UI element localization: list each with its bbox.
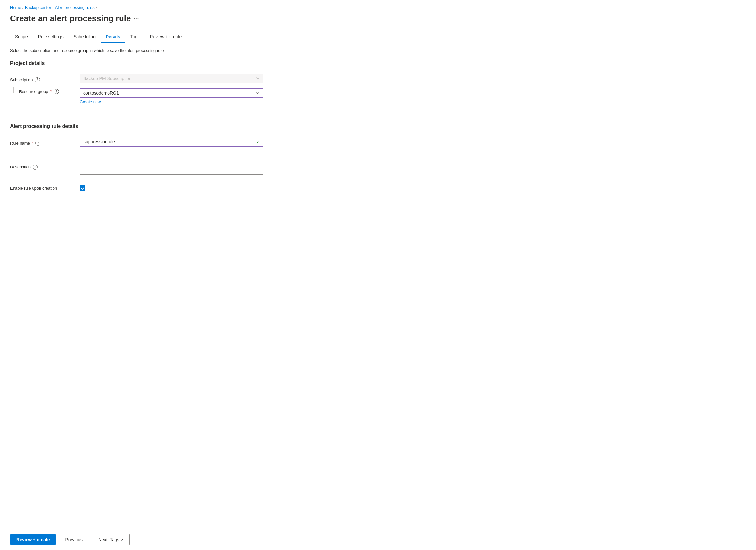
- breadcrumb-sep-3: ›: [96, 5, 97, 10]
- resource-group-select[interactable]: contosodemoRG1: [80, 88, 263, 98]
- enable-rule-checkbox[interactable]: [80, 185, 85, 191]
- next-tags-button[interactable]: Next: Tags >: [92, 534, 130, 545]
- rule-name-required: *: [32, 140, 34, 145]
- description-row: Description i: [10, 154, 295, 179]
- rule-name-input[interactable]: [80, 137, 263, 147]
- description-info-icon[interactable]: i: [33, 164, 38, 170]
- tab-scheduling[interactable]: Scheduling: [69, 31, 101, 43]
- resource-group-info-icon[interactable]: i: [54, 89, 59, 94]
- rule-name-info-icon[interactable]: i: [35, 140, 40, 145]
- breadcrumb-sep-2: ›: [53, 5, 54, 10]
- page-title: Create an alert processing rule: [10, 14, 131, 23]
- resource-group-required: *: [50, 89, 52, 94]
- description-field: [80, 154, 295, 179]
- tab-rule-settings[interactable]: Rule settings: [33, 31, 69, 43]
- tab-details[interactable]: Details: [101, 31, 125, 43]
- rule-details-title: Alert processing rule details: [10, 123, 746, 129]
- description-input[interactable]: [80, 156, 263, 175]
- previous-button[interactable]: Previous: [59, 534, 89, 545]
- tab-description: Select the subscription and resource gro…: [10, 48, 746, 53]
- footer: Review + create Previous Next: Tags >: [0, 529, 756, 550]
- breadcrumb: Home › Backup center › Alert processing …: [10, 5, 746, 10]
- resource-group-row: Resource group * i contosodemoRG1 Create…: [10, 87, 295, 108]
- tab-bar: Scope Rule settings Scheduling Details T…: [10, 31, 746, 43]
- breadcrumb-alert-rules[interactable]: Alert processing rules: [55, 5, 95, 10]
- rule-name-label: Rule name * i: [10, 138, 80, 148]
- rule-name-row: Rule name * i ✓: [10, 135, 295, 151]
- resource-group-field: contosodemoRG1 Create new: [80, 87, 295, 108]
- subscription-info-icon[interactable]: i: [35, 77, 40, 82]
- resource-group-label: Resource group * i: [19, 89, 59, 96]
- breadcrumb-backup-center[interactable]: Backup center: [25, 5, 51, 10]
- tab-scope[interactable]: Scope: [10, 31, 33, 43]
- subscription-row: Subscription i Backup PM Subscription: [10, 72, 295, 87]
- rule-name-input-wrapper: ✓: [80, 137, 263, 147]
- tab-tags[interactable]: Tags: [125, 31, 145, 43]
- rule-name-field: ✓: [80, 135, 295, 151]
- section-divider: [10, 115, 295, 116]
- enable-rule-label: Enable rule upon creation: [10, 183, 80, 193]
- breadcrumb-sep-1: ›: [22, 5, 24, 10]
- subscription-select[interactable]: Backup PM Subscription: [80, 74, 263, 83]
- checkmark-icon: [81, 186, 84, 190]
- tab-review-create[interactable]: Review + create: [145, 31, 187, 43]
- rule-name-valid-icon: ✓: [256, 139, 260, 145]
- page-title-container: Create an alert processing rule ···: [10, 14, 746, 23]
- breadcrumb-home[interactable]: Home: [10, 5, 21, 10]
- description-label: Description i: [10, 162, 80, 172]
- create-new-link[interactable]: Create new: [80, 99, 101, 104]
- enable-rule-checkbox-cell: [80, 185, 295, 191]
- project-details-title: Project details: [10, 60, 746, 66]
- more-options-icon[interactable]: ···: [134, 15, 140, 22]
- review-create-button[interactable]: Review + create: [10, 535, 56, 545]
- description-wrapper: [80, 156, 263, 176]
- subscription-label: Subscription i: [10, 75, 80, 85]
- connector-block: [10, 87, 19, 98]
- enable-rule-row: Enable rule upon creation: [10, 183, 295, 193]
- subscription-field: Backup PM Subscription: [80, 72, 295, 87]
- resource-group-label-cell: Resource group * i: [10, 87, 80, 98]
